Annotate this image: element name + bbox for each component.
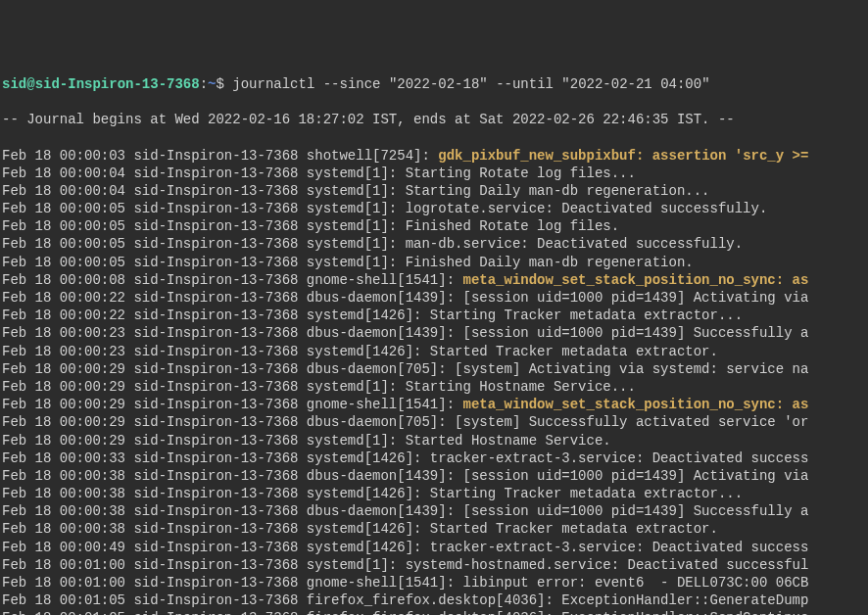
prompt-user: sid [2, 76, 26, 92]
log-text: Feb 18 00:00:23 sid-Inspiron-13-7368 sys… [2, 344, 718, 359]
log-text: Feb 18 00:00:03 sid-Inspiron-13-7368 sho… [2, 148, 438, 164]
log-line: Feb 18 00:00:38 sid-Inspiron-13-7368 dbu… [2, 502, 866, 520]
log-text: Feb 18 00:00:38 sid-Inspiron-13-7368 dbu… [2, 503, 808, 519]
log-text: Feb 18 00:00:05 sid-Inspiron-13-7368 sys… [2, 255, 694, 270]
log-line: Feb 18 00:01:05 sid-Inspiron-13-7368 fir… [2, 609, 866, 615]
log-line: Feb 18 00:00:22 sid-Inspiron-13-7368 dbu… [2, 289, 866, 307]
prompt-dollar: $ [216, 76, 232, 92]
journal-header: -- Journal begins at Wed 2022-02-16 18:2… [2, 111, 866, 128]
log-line: Feb 18 00:00:05 sid-Inspiron-13-7368 sys… [2, 200, 866, 217]
log-text: Feb 18 00:01:00 sid-Inspiron-13-7368 gno… [2, 575, 808, 591]
log-line: Feb 18 00:00:23 sid-Inspiron-13-7368 sys… [2, 343, 866, 360]
log-line: Feb 18 00:00:04 sid-Inspiron-13-7368 sys… [2, 165, 866, 182]
prompt-host: sid-Inspiron-13-7368 [35, 76, 200, 92]
log-line: Feb 18 00:00:04 sid-Inspiron-13-7368 sys… [2, 182, 866, 200]
log-line: Feb 18 00:00:08 sid-Inspiron-13-7368 gno… [2, 271, 866, 289]
log-line: Feb 18 00:00:03 sid-Inspiron-13-7368 sho… [2, 147, 866, 165]
log-line: Feb 18 00:00:22 sid-Inspiron-13-7368 sys… [2, 307, 866, 324]
log-text: Feb 18 00:00:04 sid-Inspiron-13-7368 sys… [2, 183, 710, 199]
log-line: Feb 18 00:00:29 sid-Inspiron-13-7368 dbu… [2, 413, 866, 431]
command-text: journalctl --since "2022-02-18" --until … [232, 76, 709, 92]
log-text: Feb 18 00:00:49 sid-Inspiron-13-7368 sys… [2, 540, 808, 555]
log-text: Feb 18 00:00:29 sid-Inspiron-13-7368 sys… [2, 433, 611, 449]
log-text: Feb 18 00:00:29 sid-Inspiron-13-7368 gno… [2, 397, 462, 412]
log-line: Feb 18 00:01:00 sid-Inspiron-13-7368 gno… [2, 574, 866, 591]
log-text: Feb 18 00:01:00 sid-Inspiron-13-7368 sys… [2, 557, 808, 573]
log-text: Feb 18 00:00:04 sid-Inspiron-13-7368 sys… [2, 166, 636, 181]
log-text: Feb 18 00:00:22 sid-Inspiron-13-7368 sys… [2, 308, 743, 323]
log-text: Feb 18 00:01:05 sid-Inspiron-13-7368 fir… [2, 610, 808, 615]
log-line: Feb 18 00:00:05 sid-Inspiron-13-7368 sys… [2, 217, 866, 235]
log-line: Feb 18 00:00:05 sid-Inspiron-13-7368 sys… [2, 235, 866, 253]
log-warning: gdk_pixbuf_new_subpixbuf: assertion 'src… [438, 148, 808, 164]
log-output: Feb 18 00:00:03 sid-Inspiron-13-7368 sho… [2, 147, 866, 616]
log-text: Feb 18 00:00:22 sid-Inspiron-13-7368 dbu… [2, 290, 808, 306]
log-line: Feb 18 00:00:05 sid-Inspiron-13-7368 sys… [2, 254, 866, 271]
log-text: Feb 18 00:00:38 sid-Inspiron-13-7368 sys… [2, 521, 718, 537]
log-text: Feb 18 00:00:29 sid-Inspiron-13-7368 dbu… [2, 414, 808, 430]
prompt-at: @ [26, 76, 34, 92]
log-line: Feb 18 00:00:49 sid-Inspiron-13-7368 sys… [2, 539, 866, 556]
log-line: Feb 18 00:00:29 sid-Inspiron-13-7368 sys… [2, 378, 866, 396]
log-text: Feb 18 00:00:05 sid-Inspiron-13-7368 sys… [2, 236, 743, 252]
log-warning: meta_window_set_stack_position_no_sync: … [462, 272, 808, 288]
log-text: Feb 18 00:00:05 sid-Inspiron-13-7368 sys… [2, 201, 767, 216]
log-line: Feb 18 00:00:38 sid-Inspiron-13-7368 sys… [2, 485, 866, 502]
log-text: Feb 18 00:00:29 sid-Inspiron-13-7368 sys… [2, 379, 636, 395]
log-line: Feb 18 00:00:29 sid-Inspiron-13-7368 gno… [2, 396, 866, 413]
prompt-colon: : [200, 76, 208, 92]
log-text: Feb 18 00:00:38 sid-Inspiron-13-7368 sys… [2, 486, 743, 501]
log-text: Feb 18 00:00:05 sid-Inspiron-13-7368 sys… [2, 218, 619, 234]
log-line: Feb 18 00:01:05 sid-Inspiron-13-7368 fir… [2, 591, 866, 609]
log-text: Feb 18 00:01:05 sid-Inspiron-13-7368 fir… [2, 592, 808, 608]
log-text: Feb 18 00:00:29 sid-Inspiron-13-7368 dbu… [2, 361, 808, 377]
log-text: Feb 18 00:00:33 sid-Inspiron-13-7368 sys… [2, 450, 808, 466]
log-line: Feb 18 00:00:23 sid-Inspiron-13-7368 dbu… [2, 324, 866, 342]
log-text: Feb 18 00:00:23 sid-Inspiron-13-7368 dbu… [2, 325, 808, 341]
log-line: Feb 18 00:00:33 sid-Inspiron-13-7368 sys… [2, 449, 866, 467]
log-text: Feb 18 00:00:08 sid-Inspiron-13-7368 gno… [2, 272, 462, 288]
prompt-line[interactable]: sid@sid-Inspiron-13-7368:~$ journalctl -… [2, 75, 866, 93]
log-line: Feb 18 00:00:29 sid-Inspiron-13-7368 dbu… [2, 360, 866, 378]
log-line: Feb 18 00:00:38 sid-Inspiron-13-7368 sys… [2, 520, 866, 538]
log-text: Feb 18 00:00:38 sid-Inspiron-13-7368 dbu… [2, 468, 808, 484]
log-line: Feb 18 00:00:29 sid-Inspiron-13-7368 sys… [2, 432, 866, 449]
log-warning: meta_window_set_stack_position_no_sync: … [462, 397, 808, 412]
log-line: Feb 18 00:01:00 sid-Inspiron-13-7368 sys… [2, 556, 866, 574]
log-line: Feb 18 00:00:38 sid-Inspiron-13-7368 dbu… [2, 467, 866, 485]
